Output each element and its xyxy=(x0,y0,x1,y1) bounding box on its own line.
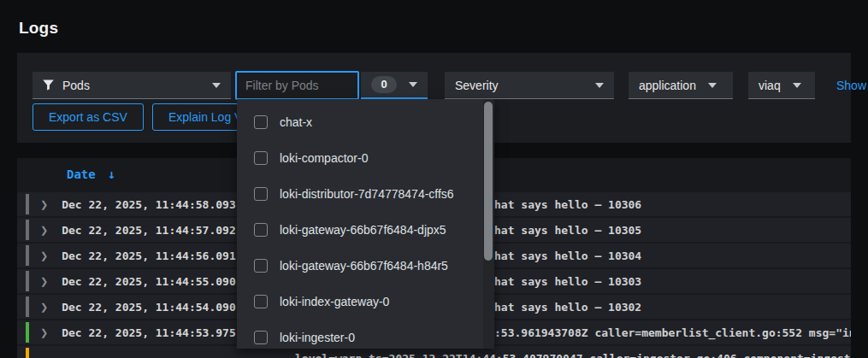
pod-option-loki-compactor-0[interactable]: loki-compactor-0 xyxy=(237,140,494,176)
pod-option-label: chat-x xyxy=(280,115,312,129)
chevron-down-icon xyxy=(793,83,801,88)
checkbox[interactable] xyxy=(254,151,268,165)
pod-option-chat-x[interactable]: chat-x xyxy=(237,104,494,140)
log-message: hat says hello – 10305 xyxy=(494,224,641,237)
chevron-right-icon[interactable]: ❯ xyxy=(40,199,48,210)
log-date: Dec 22, 2025, 11:44:58.093 xyxy=(62,198,236,211)
severity-select-label: Severity xyxy=(455,79,499,92)
log-message: level=warn ts=2025-12-22T14:44:53.407970… xyxy=(295,352,851,358)
checkbox[interactable] xyxy=(254,259,268,273)
chevron-right-icon[interactable]: ❯ xyxy=(40,327,48,338)
chevron-right-icon[interactable]: ❯ xyxy=(40,276,48,287)
pods-filter-options: chat-xloki-compactor-0loki-distributor-7… xyxy=(237,99,494,349)
severity-bar xyxy=(26,348,29,358)
dropdown-scrollbar-track[interactable] xyxy=(483,99,494,349)
checkbox[interactable] xyxy=(254,187,268,201)
severity-bar xyxy=(26,245,29,266)
log-date: Dec 22, 2025, 11:44:57.092 xyxy=(62,224,236,237)
schema-select-label: viaq xyxy=(759,79,781,92)
pod-option-loki-gateway-66b67f6484-djpx5[interactable]: loki-gateway-66b67f6484-djpx5 xyxy=(237,212,494,248)
log-message: hat says hello – 10303 xyxy=(494,275,641,288)
dropdown-scrollbar-thumb[interactable] xyxy=(484,102,493,261)
pod-option-label: loki-index-gateway-0 xyxy=(280,295,389,308)
log-date: Dec 22, 2025, 11:44:54.090 xyxy=(62,301,236,314)
date-column-header[interactable]: Date ↓ xyxy=(67,167,115,182)
severity-bar xyxy=(26,271,29,291)
log-type-select-label: application xyxy=(639,79,696,92)
chevron-down-icon xyxy=(212,83,221,88)
filter-icon xyxy=(43,79,54,91)
pod-option-label: loki-ingester-0 xyxy=(280,331,355,344)
log-message: hat says hello – 10302 xyxy=(494,301,641,314)
log-date: Dec 22, 2025, 11:44:55.090 xyxy=(62,275,236,288)
date-header-label: Date xyxy=(67,167,96,181)
severity-bar xyxy=(26,322,29,343)
pod-option-label: loki-gateway-66b67f6484-h84r5 xyxy=(280,259,448,273)
checkbox[interactable] xyxy=(254,115,268,129)
chevron-down-icon xyxy=(409,82,417,87)
chevron-right-icon[interactable]: ❯ xyxy=(40,302,48,313)
show-resources-link[interactable]: Show R xyxy=(836,79,868,92)
sort-descending-icon[interactable]: ↓ xyxy=(108,167,115,182)
severity-bar xyxy=(26,296,29,317)
selected-count-toggle[interactable]: 0 xyxy=(361,72,428,100)
page-title: Logs xyxy=(19,19,58,38)
pod-option-loki-index-gateway-0[interactable]: loki-index-gateway-0 xyxy=(237,284,494,320)
pods-filter-dropdown: chat-xloki-compactor-0loki-distributor-7… xyxy=(237,99,494,349)
pod-option-loki-ingester-0[interactable]: loki-ingester-0 xyxy=(237,320,494,349)
pod-option-label: loki-compactor-0 xyxy=(280,151,368,165)
log-date: Dec 22, 2025, 11:44:56.091 xyxy=(62,249,236,262)
export-csv-button[interactable]: Export as CSV xyxy=(32,103,144,131)
log-message: hat says hello – 10306 xyxy=(494,198,641,211)
attribute-select[interactable]: Pods xyxy=(32,72,231,99)
severity-select[interactable]: Severity xyxy=(445,72,614,99)
checkbox[interactable] xyxy=(254,331,268,344)
chevron-right-icon[interactable]: ❯ xyxy=(40,250,48,261)
log-message: :53.961943708Z caller=memberlist_client.… xyxy=(494,326,851,339)
chevron-down-icon xyxy=(708,83,717,88)
pod-option-label: loki-distributor-7d74778474-cffs6 xyxy=(280,187,454,201)
checkbox[interactable] xyxy=(254,223,268,237)
pod-option-loki-gateway-66b67f6484-h84r5[interactable]: loki-gateway-66b67f6484-h84r5 xyxy=(237,248,494,284)
attribute-select-label: Pods xyxy=(62,79,90,92)
chevron-right-icon[interactable]: ❯ xyxy=(40,225,48,236)
pod-option-loki-distributor-7d74778474-cffs6[interactable]: loki-distributor-7d74778474-cffs6 xyxy=(237,176,494,212)
severity-bar xyxy=(26,194,29,214)
checkbox[interactable] xyxy=(254,295,268,308)
log-type-select[interactable]: application xyxy=(629,72,733,99)
selected-count-badge: 0 xyxy=(371,76,396,93)
log-date: Dec 22, 2025, 11:44:53.975 xyxy=(62,326,236,339)
chevron-down-icon xyxy=(595,83,604,88)
schema-select[interactable]: viaq xyxy=(748,72,815,99)
log-message: hat says hello – 10304 xyxy=(494,249,641,262)
severity-bar xyxy=(26,220,29,240)
pod-option-label: loki-gateway-66b67f6484-djpx5 xyxy=(280,223,446,237)
filter-input[interactable] xyxy=(235,71,359,100)
